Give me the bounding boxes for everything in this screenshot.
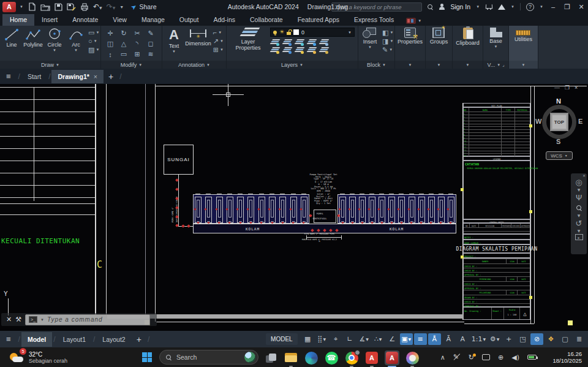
arc-button[interactable]: Arc ▼ [67,28,85,52]
volume-icon[interactable]: ◀) [511,354,519,361]
ribbon-tab-featured-apps[interactable]: Featured Apps [290,14,347,26]
groups-button[interactable]: Groups [429,28,450,45]
redo-button[interactable]: ↷▼ [107,2,116,11]
status-trusted-dwg[interactable]: ❖ [545,333,557,345]
restore-button[interactable]: ❐ [563,3,571,11]
modify-tool-icon-5[interactable]: △ [121,40,126,48]
pen-disabled-icon[interactable] [453,354,461,361]
status-lineweight[interactable]: ≡ [414,333,427,345]
ribbon-tab-output[interactable]: Output [172,14,206,26]
weather-widget[interactable]: 5 32°C Sebagian cerah [0,350,67,364]
edge-button[interactable] [304,350,318,365]
minimize-button[interactable]: – [549,3,557,10]
command-tools-icon[interactable]: ⚒ [15,316,21,323]
tab-drawing1[interactable]: Drawing1*× [51,70,104,83]
circle-button[interactable]: Circle ▼ [45,28,64,52]
modify-tool-icon-11[interactable]: ≋ [148,50,153,58]
sign-in-caret-icon[interactable]: ▼ [476,5,480,9]
layer-dropdown-caret-icon[interactable]: ▼ [348,31,352,34]
annotation-mini-icon-1[interactable]: ↗▼ [213,37,224,45]
doc-minimize-icon[interactable]: — [554,85,560,91]
pan-icon[interactable]: Ψ [576,193,582,202]
acrobat-button[interactable]: A [364,350,379,365]
modify-tool-icon-8[interactable]: ↕ [108,51,112,58]
tab-close-icon[interactable]: × [94,73,97,80]
hidden-icons-chevron[interactable]: ∧ [440,354,445,361]
draw-mini-icon-1[interactable]: ○▼ [88,37,99,45]
layer-tool-icon-4[interactable] [319,39,329,46]
task-view-button[interactable] [263,350,278,365]
status-ortho-mode[interactable]: ∟ [344,333,356,345]
ribbon-tab-annotate[interactable]: Annotate [65,14,105,26]
layout-menu-icon[interactable]: ≡ [0,335,17,344]
clock[interactable]: 16.26 18/10/2025 [552,350,582,364]
model-space-badge[interactable]: MODEL [266,333,298,345]
help-caret-icon[interactable]: ▼ [540,5,543,9]
orbit-icon[interactable]: ↺ [576,219,582,228]
doc-restore-icon[interactable]: ❐ [565,85,570,91]
file-explorer-button[interactable] [284,350,298,365]
layout-tab-model[interactable]: Model [21,332,52,347]
block-mini-icon-0[interactable]: ◧▼ [382,29,393,36]
modify-tool-icon-3[interactable]: ✎ [148,29,153,37]
new-file-button[interactable] [28,2,36,11]
show-motion-icon[interactable]: ▸ [575,234,583,240]
close-button[interactable]: ✕ [577,3,586,11]
search-icon[interactable] [428,4,433,10]
taskbar-search[interactable]: Search [159,350,258,365]
modify-tool-icon-2[interactable]: ✂ [134,29,140,37]
layer-tool-icon-9[interactable] [319,47,329,54]
polyline-button[interactable]: Polyline [24,28,42,48]
sign-in-button[interactable]: Sign In [450,3,470,10]
layer-tool-icon-7[interactable] [295,47,304,54]
navbar-caret-icon[interactable]: ▼ [578,188,581,192]
plot-button[interactable] [80,3,89,11]
drawing-canvas[interactable]: KECUALI DITENTUKAN C Y — ❐ × SUNGAI PIPA… [0,84,588,331]
viewcube-north[interactable]: N [556,97,561,105]
status-annotation-scale[interactable]: 1:1▼ [470,333,487,345]
undo-button[interactable]: ↶▼ [93,2,102,11]
status-grid-display[interactable]: ▦ [301,333,314,345]
orbit-caret-icon[interactable]: ▼ [578,229,581,233]
draw-mini-icon-0[interactable]: ▭▼ [88,29,99,36]
status-dynamic-input[interactable]: ⌖ [330,333,342,345]
annotation-mini-icon-0[interactable]: ⌐▼ [213,29,224,36]
store-cart-icon[interactable] [485,4,492,10]
ribbon-tab-collaborate[interactable]: Collaborate [243,14,290,26]
status-crosshair-units[interactable]: + [502,333,515,345]
status-clean-screen[interactable]: ▢ [559,333,571,345]
block-mini-icon-1[interactable]: ◨▼ [382,37,393,45]
viewcube-east[interactable]: E [578,118,582,125]
modify-tool-icon-9[interactable]: ▭ [121,50,127,58]
help-icon[interactable]: ? [526,3,534,11]
draw-mini-icon-2[interactable]: ▨▼ [88,46,99,53]
panel-modify-footer[interactable]: Modify▼ [101,61,162,69]
layer-dropdown[interactable]: ☀ 0 ▼ [270,28,355,37]
panel-annotation-footer[interactable]: Annotation▼ [162,61,226,69]
start-button[interactable] [142,352,152,362]
layout-tab-layout2[interactable]: Layout2 [96,332,131,347]
viewcube-top-face[interactable]: TOP [550,113,568,131]
status-graphics-performance[interactable]: ⊘ [530,333,543,345]
modify-tool-icon-7[interactable]: ◻ [148,40,153,48]
open-file-button[interactable] [40,3,50,11]
annotation-mini-icon-2[interactable]: ⊞▼ [213,46,224,53]
status-polar-tracking[interactable]: ∡▼ [358,333,371,345]
ribbon-tab-manage[interactable]: Manage [134,14,172,26]
save-button[interactable] [55,3,62,11]
modify-tool-icon-0[interactable]: ✛ [107,29,113,37]
layer-properties-button[interactable]: Layer Properties [229,28,267,51]
panel-utilities-footer[interactable]: ▼ [509,61,538,69]
app-menu-button[interactable]: A [2,2,16,12]
ribbon-tab-view[interactable]: View [105,14,134,26]
new-drawing-button[interactable]: + [104,72,118,81]
layout-tab-layout1[interactable]: Layout1 [57,332,92,347]
ribbon-tab-insert[interactable]: Insert [34,14,65,26]
navbar-close-icon[interactable]: ✕ [582,173,586,178]
dimension-button[interactable]: ✳ Dimension [186,28,210,47]
wcs-dropdown[interactable]: WCS▼ [546,151,573,160]
clipboard-button[interactable]: Clipboard [455,28,480,46]
base-button[interactable]: Base ▼ [487,28,505,48]
battery-icon[interactable] [527,355,537,360]
panel-clipboard-footer[interactable]: ▼ [453,61,483,69]
